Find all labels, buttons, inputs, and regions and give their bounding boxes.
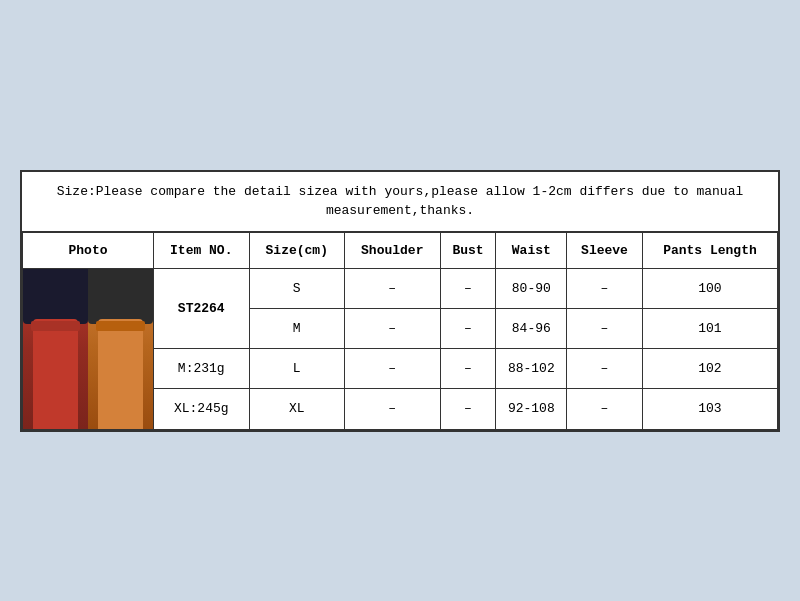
header-shoulder: Shoulder (345, 232, 441, 268)
sleeve-s: – (567, 268, 643, 308)
header-item-no: Item NO. (154, 232, 250, 268)
photo-cell (23, 268, 154, 429)
photo-left (23, 269, 88, 429)
size-m: M (249, 308, 345, 348)
shoulder-m: – (345, 308, 441, 348)
pants-length-m: 101 (642, 308, 777, 348)
table-row: ST2264 S – – 80-90 – 100 (23, 268, 778, 308)
shoulder-xl: – (345, 389, 441, 429)
pants-length-s: 100 (642, 268, 777, 308)
header-pants-length: Pants Length (642, 232, 777, 268)
waist-s: 80-90 (496, 268, 567, 308)
waist-m: 84-96 (496, 308, 567, 348)
shoulder-l: – (345, 349, 441, 389)
size-table: Photo Item NO. Size(cm) Shoulder Bust Wa… (22, 232, 778, 430)
header-waist: Waist (496, 232, 567, 268)
item-no-st2264: ST2264 (154, 268, 250, 349)
size-xl: XL (249, 389, 345, 429)
size-chart-container: Size:Please compare the detail sizea wit… (20, 170, 780, 432)
size-s: S (249, 268, 345, 308)
item-no-weight-xl: XL:245g (154, 389, 250, 429)
pants-length-xl: 103 (642, 389, 777, 429)
waist-xl: 92-108 (496, 389, 567, 429)
header-photo: Photo (23, 232, 154, 268)
sleeve-l: – (567, 349, 643, 389)
header-bust: Bust (440, 232, 496, 268)
product-photo (23, 269, 153, 429)
photo-right (88, 269, 153, 429)
size-l: L (249, 349, 345, 389)
sleeve-m: – (567, 308, 643, 348)
header-sleeve: Sleeve (567, 232, 643, 268)
item-no-weight-m: M:231g (154, 349, 250, 389)
bust-m: – (440, 308, 496, 348)
notice-text: Size:Please compare the detail sizea wit… (22, 172, 778, 232)
pants-length-l: 102 (642, 349, 777, 389)
sleeve-xl: – (567, 389, 643, 429)
shoulder-s: – (345, 268, 441, 308)
table-header-row: Photo Item NO. Size(cm) Shoulder Bust Wa… (23, 232, 778, 268)
header-size: Size(cm) (249, 232, 345, 268)
bust-xl: – (440, 389, 496, 429)
bust-l: – (440, 349, 496, 389)
waist-l: 88-102 (496, 349, 567, 389)
bust-s: – (440, 268, 496, 308)
